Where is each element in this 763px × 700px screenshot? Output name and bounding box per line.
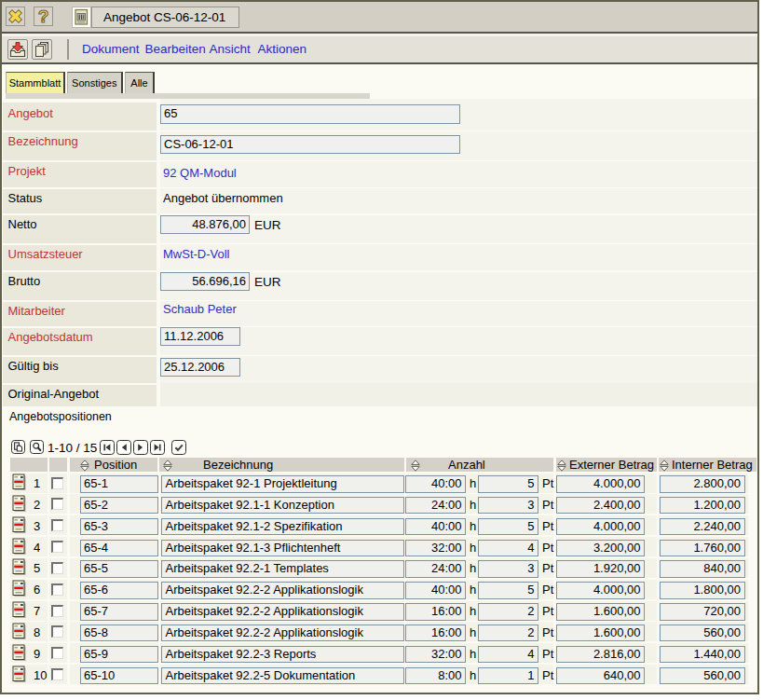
svg-text:?: ?	[38, 7, 49, 25]
